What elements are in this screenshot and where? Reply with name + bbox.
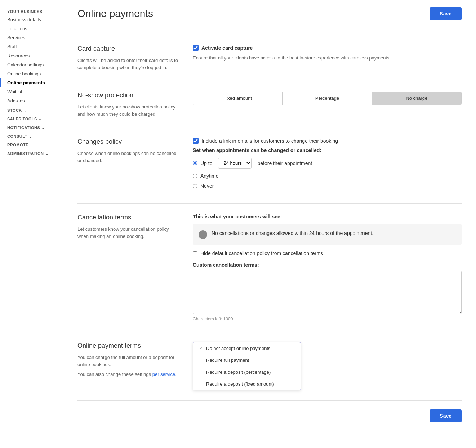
payment-option-deposit-percentage[interactable]: Require a deposit (percentage)	[193, 366, 301, 378]
sidebar-group-consult[interactable]: CONSULT ⌄	[0, 131, 63, 140]
sidebar-group-notifications[interactable]: NOTIFICATIONS ⌄	[0, 123, 63, 131]
sidebar-item-waitlist[interactable]: Waitlist	[0, 87, 63, 96]
sidebar-item-online-bookings[interactable]: Online bookings	[0, 69, 63, 78]
no-show-section: No-show protection Let clients know your…	[77, 81, 462, 128]
activate-card-capture-checkbox[interactable]	[193, 45, 199, 51]
no-show-percentage-button[interactable]: Percentage	[282, 92, 372, 105]
no-show-description: Let clients know your no-show protection…	[77, 103, 178, 117]
activate-card-capture-row: Activate card capture	[193, 45, 462, 51]
cancellation-terms-section: Cancellation terms Let customers know yo…	[77, 204, 462, 332]
up-to-label[interactable]: Up to	[200, 160, 212, 166]
no-show-no-charge-button[interactable]: No charge	[372, 92, 461, 105]
preview-text: No cancellations or changes allowed with…	[212, 230, 373, 237]
chevron-down-icon: ⌄	[23, 108, 27, 112]
page-title: Online payments	[77, 8, 153, 19]
main-content: Online payments Save Card capture Client…	[63, 0, 476, 448]
changes-policy-right: Include a link in emails for customers t…	[193, 138, 462, 193]
sidebar-item-services[interactable]: Services	[0, 33, 63, 42]
sidebar-group-sales-tools[interactable]: SALES TOOLS ⌄	[0, 114, 63, 123]
changes-link-checkbox-row: Include a link in emails for customers t…	[193, 138, 462, 144]
sidebar-item-add-ons[interactable]: Add-ons	[0, 96, 63, 105]
card-capture-title: Card capture	[77, 45, 178, 53]
payment-option-deposit-fixed[interactable]: Require a deposit (fixed amount)	[193, 378, 301, 390]
card-capture-right: Activate card capture Ensure that all yo…	[193, 45, 462, 71]
check-placeholder	[199, 370, 204, 375]
no-show-toggle-group: Fixed amount Percentage No charge	[193, 92, 462, 105]
no-show-title: No-show protection	[77, 92, 178, 99]
card-capture-left: Card capture Clients will be asked to en…	[77, 45, 178, 71]
check-placeholder	[199, 358, 204, 363]
custom-terms-textarea[interactable]	[193, 271, 462, 314]
per-service-link[interactable]: per service.	[152, 372, 177, 377]
card-capture-description: Clients will be asked to enter their car…	[77, 57, 178, 71]
before-appointment-label: before their appointment	[257, 160, 312, 166]
payment-option-full-payment[interactable]: Require full payment	[193, 354, 301, 366]
cancellation-preview-box: i No cancellations or changes allowed wi…	[193, 224, 462, 245]
never-radio-row: Never	[193, 183, 462, 189]
payment-options-dropdown: ✓ Do not accept online payments Require …	[193, 342, 301, 390]
preview-header: This is what your customers will see:	[193, 214, 462, 219]
changes-policy-title: Changes policy	[77, 138, 178, 146]
sidebar-group-promote[interactable]: PROMOTE ⌄	[0, 140, 63, 148]
cancellation-terms-left: Cancellation terms Let customers know yo…	[77, 214, 178, 321]
sidebar-item-staff[interactable]: Staff	[0, 42, 63, 51]
changes-policy-left: Changes policy Choose when online bookin…	[77, 138, 178, 193]
chevron-down-icon: ⌄	[45, 152, 49, 156]
up-to-radio-row: Up to 1 hour 2 hours 4 hours 8 hours 12 …	[193, 158, 462, 169]
sidebar: YOUR BUSINESS Business details Locations…	[0, 0, 63, 448]
no-show-right: Fixed amount Percentage No charge	[193, 92, 462, 117]
changes-link-label[interactable]: Include a link in emails for customers t…	[201, 138, 338, 144]
cancellation-terms-title: Cancellation terms	[77, 214, 178, 221]
changes-policy-section: Changes policy Choose when online bookin…	[77, 128, 462, 204]
chars-left: Characters left: 1000	[193, 316, 462, 321]
hide-default-checkbox[interactable]	[193, 251, 197, 256]
anytime-radio-row: Anytime	[193, 173, 462, 179]
activate-card-capture-label[interactable]: Activate card capture	[201, 45, 253, 51]
online-payment-terms-right: ✓ Do not accept online payments Require …	[193, 342, 462, 390]
hide-default-row: Hide default cancellation policy from ca…	[193, 250, 462, 256]
online-payment-terms-title: Online payment terms	[77, 342, 178, 350]
hide-default-label[interactable]: Hide default cancellation policy from ca…	[200, 250, 323, 256]
anytime-radio[interactable]	[193, 174, 197, 178]
set-when-label: Set when appointments can be changed or …	[193, 147, 462, 153]
payment-option-no-accept[interactable]: ✓ Do not accept online payments	[193, 342, 301, 354]
sidebar-item-resources[interactable]: Resources	[0, 51, 63, 60]
card-capture-section: Card capture Clients will be asked to en…	[77, 35, 462, 81]
cancellation-terms-right: This is what your customers will see: i …	[193, 214, 462, 321]
check-icon: ✓	[199, 346, 204, 351]
online-payment-terms-desc1: You can charge the full amount or a depo…	[77, 354, 178, 368]
online-payment-terms-desc2: You can also change these settings per s…	[77, 371, 178, 378]
cancellation-terms-description: Let customers know your cancellation pol…	[77, 226, 178, 240]
save-button-bottom[interactable]: Save	[430, 409, 462, 422]
sidebar-item-online-payments[interactable]: Online payments	[0, 78, 63, 87]
anytime-label[interactable]: Anytime	[200, 173, 219, 179]
info-icon: i	[199, 230, 207, 239]
never-label[interactable]: Never	[200, 183, 214, 189]
changes-link-checkbox[interactable]	[193, 138, 199, 144]
never-radio[interactable]	[193, 184, 197, 188]
sidebar-item-calendar-settings[interactable]: Calendar settings	[0, 60, 63, 69]
time-select[interactable]: 1 hour 2 hours 4 hours 8 hours 12 hours …	[218, 158, 252, 169]
no-show-left: No-show protection Let clients know your…	[77, 92, 178, 117]
chevron-down-icon: ⌄	[41, 126, 45, 130]
no-show-fixed-amount-button[interactable]: Fixed amount	[193, 92, 282, 105]
sidebar-item-business-details[interactable]: Business details	[0, 15, 63, 24]
sidebar-section-your-business: YOUR BUSINESS	[0, 6, 63, 15]
online-payment-terms-section: Online payment terms You can charge the …	[77, 332, 462, 401]
online-payment-terms-left: Online payment terms You can charge the …	[77, 342, 178, 390]
up-to-radio[interactable]	[193, 161, 197, 165]
sidebar-item-locations[interactable]: Locations	[0, 24, 63, 33]
chevron-down-icon: ⌄	[29, 134, 32, 138]
custom-terms-label: Custom cancellation terms:	[193, 262, 462, 268]
chevron-down-icon: ⌄	[39, 117, 42, 121]
bottom-save-area: Save	[77, 401, 462, 431]
changes-policy-description: Choose when online bookings can be cance…	[77, 150, 178, 164]
card-capture-hint: Ensure that all your clients have access…	[193, 54, 462, 62]
sidebar-group-administration[interactable]: ADMINISTRATION ⌄	[0, 148, 63, 157]
chevron-down-icon: ⌄	[30, 143, 33, 147]
page-header: Online payments Save	[77, 7, 462, 26]
check-placeholder	[199, 382, 204, 387]
save-button-top[interactable]: Save	[430, 7, 462, 20]
sidebar-group-stock[interactable]: STOCK ⌄	[0, 105, 63, 114]
